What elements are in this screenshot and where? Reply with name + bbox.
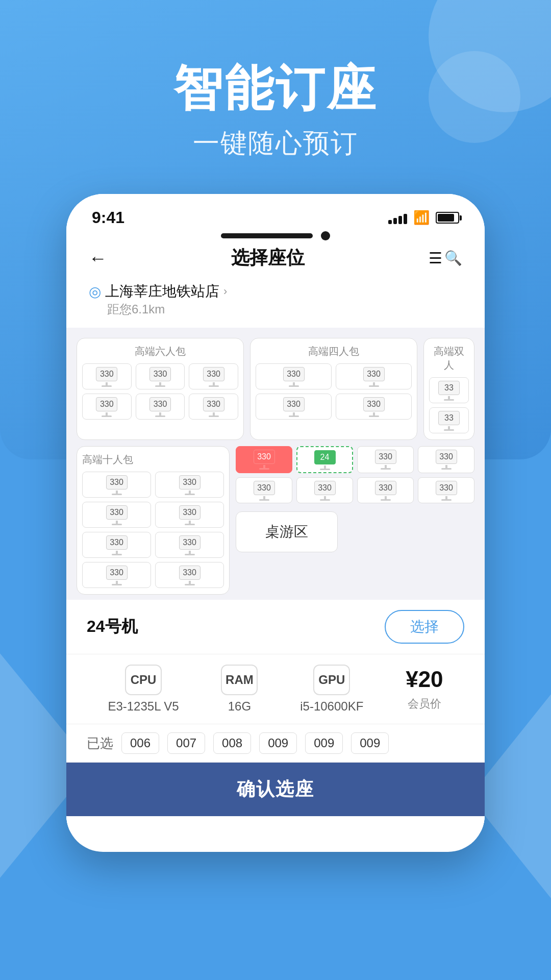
navigation-bar: ← 选择座位 ☰ 🔍 bbox=[66, 240, 485, 278]
seat-item[interactable]: 330 bbox=[82, 532, 151, 558]
open-seats-section: 330 24 330 330 330 330 330 330 桌游区 bbox=[236, 446, 474, 595]
status-bar: 9:41 📶 bbox=[66, 194, 485, 231]
room-six-label: 高端六人包 bbox=[82, 345, 238, 358]
spec-cpu: CPU E3-1235L V5 bbox=[108, 665, 179, 714]
four-seats-grid: 330 330 330 330 bbox=[256, 363, 412, 420]
bottom-safe-area bbox=[66, 816, 485, 831]
spec-ram: RAM 16G bbox=[221, 665, 258, 714]
back-button[interactable]: ← bbox=[89, 248, 107, 269]
seat-item[interactable]: 330 bbox=[82, 363, 132, 389]
seat-item[interactable]: 330 bbox=[82, 562, 151, 588]
spec-gpu: GPU i5-10600KF bbox=[300, 665, 363, 714]
seat-item[interactable]: 330 bbox=[256, 394, 332, 420]
cpu-icon: CPU bbox=[125, 665, 162, 695]
seat-item[interactable]: 330 bbox=[155, 472, 224, 498]
location-arrow-icon: › bbox=[223, 285, 227, 298]
selected-label: 已选 bbox=[87, 734, 113, 752]
board-game-area: 桌游区 bbox=[236, 511, 338, 552]
seat-item[interactable]: 330 bbox=[357, 446, 414, 473]
status-time: 9:41 bbox=[92, 208, 124, 227]
location-pin-icon: ◎ bbox=[89, 283, 101, 300]
hero-subtitle: 一键随心预订 bbox=[0, 126, 551, 161]
large-room-section: 高端十人包 330 330 330 330 330 330 330 330 bbox=[77, 446, 474, 595]
location-name: 上海莘庄地铁站店 bbox=[105, 282, 219, 301]
seat-item[interactable]: 330 bbox=[418, 477, 474, 503]
room-six-person: 高端六人包 330 330 330 330 330 330 bbox=[77, 338, 244, 440]
wifi-icon: 📶 bbox=[413, 210, 430, 226]
specs-row: CPU E3-1235L V5 RAM 16G GPU i5-10600KF bbox=[66, 654, 485, 724]
hero-section: 智能订座 一键随心预订 bbox=[0, 0, 551, 161]
seat-item[interactable]: 33 bbox=[429, 377, 469, 403]
room-four-label: 高端四人包 bbox=[256, 345, 412, 358]
seat-item[interactable]: 330 bbox=[136, 394, 185, 420]
room-four-person: 高端四人包 330 330 330 330 bbox=[250, 338, 417, 440]
seat-item[interactable]: 330 bbox=[189, 394, 238, 420]
seat-item[interactable]: 330 bbox=[336, 394, 412, 420]
location-distance: 距您6.1km bbox=[89, 301, 462, 317]
six-seats-grid: 330 330 330 330 330 330 bbox=[82, 363, 238, 420]
seats-row-1: 330 24 330 330 bbox=[236, 446, 474, 473]
confirm-button[interactable]: 确认选座 bbox=[66, 763, 485, 816]
seat-item[interactable]: 33 bbox=[429, 407, 469, 433]
seat-item[interactable]: 330 bbox=[136, 363, 185, 389]
seat-map: 高端六人包 330 330 330 330 330 330 高端四人包 330 bbox=[66, 328, 485, 600]
bottom-row: 桌游区 bbox=[236, 507, 474, 552]
seat-item[interactable]: 330 bbox=[82, 472, 151, 498]
gpu-icon: GPU bbox=[313, 665, 350, 695]
search-icon[interactable]: 🔍 bbox=[444, 250, 462, 266]
selected-seat-tag: 006 bbox=[121, 732, 159, 754]
nav-right-icons: ☰ 🔍 bbox=[429, 249, 462, 267]
signal-icon bbox=[388, 212, 407, 224]
gpu-value: i5-10600KF bbox=[300, 699, 363, 714]
selected-seat-tag: 007 bbox=[167, 732, 205, 754]
selected-seat-tag: 008 bbox=[213, 732, 251, 754]
phone-frame: 9:41 📶 ← 选择座位 bbox=[66, 194, 485, 852]
seat-item[interactable]: 330 bbox=[82, 394, 132, 420]
seat-item[interactable]: 330 bbox=[82, 502, 151, 528]
phone-mockup: 9:41 📶 ← 选择座位 bbox=[66, 194, 485, 852]
filter-icon[interactable]: ☰ bbox=[429, 249, 442, 267]
status-icons: 📶 bbox=[388, 210, 459, 226]
room-ten-person: 高端十人包 330 330 330 330 330 330 330 330 bbox=[77, 446, 230, 595]
room-double: 高端双人 33 33 bbox=[423, 338, 474, 440]
ram-icon: RAM bbox=[221, 665, 258, 695]
seat-item[interactable]: 330 bbox=[336, 363, 412, 389]
seat-item[interactable]: 330 bbox=[155, 562, 224, 588]
location-bar[interactable]: ◎ 上海莘庄地铁站店 › 距您6.1km bbox=[66, 278, 485, 320]
notch bbox=[66, 231, 485, 240]
price-label: 会员价 bbox=[408, 696, 441, 712]
seat-item-selected[interactable]: 24 bbox=[296, 446, 353, 473]
price-value: 20 bbox=[418, 667, 443, 692]
selected-seats-row: 已选 006 007 008 009 009 009 bbox=[66, 724, 485, 763]
ram-value: 16G bbox=[228, 699, 251, 714]
price-amount: ¥20 bbox=[406, 667, 443, 692]
room-double-label: 高端双人 bbox=[429, 345, 469, 372]
seat-item[interactable]: 330 bbox=[296, 477, 353, 503]
selected-seat-tag: 009 bbox=[351, 732, 389, 754]
seat-item[interactable]: 330 bbox=[155, 532, 224, 558]
battery-icon bbox=[436, 212, 459, 224]
seat-item[interactable]: 330 bbox=[418, 446, 474, 473]
seat-item[interactable]: 330 bbox=[357, 477, 414, 503]
price-symbol: ¥ bbox=[406, 667, 418, 692]
seat-item[interactable]: 330 bbox=[189, 363, 238, 389]
seat-item[interactable]: 330 bbox=[236, 477, 292, 503]
selected-seat-tag: 009 bbox=[259, 732, 297, 754]
cpu-value: E3-1235L V5 bbox=[108, 699, 179, 714]
selected-seat-tag: 009 bbox=[305, 732, 343, 754]
bottom-panel: 24号机 选择 CPU E3-1235L V5 RAM 16G bbox=[66, 600, 485, 831]
price-col: ¥20 会员价 bbox=[406, 667, 443, 712]
seats-row-2: 330 330 330 330 bbox=[236, 477, 474, 503]
select-button[interactable]: 选择 bbox=[385, 610, 464, 644]
machine-info-row: 24号机 选择 bbox=[66, 600, 485, 654]
rooms-top-row: 高端六人包 330 330 330 330 330 330 高端四人包 330 bbox=[77, 338, 474, 440]
seat-item[interactable]: 330 bbox=[155, 502, 224, 528]
page-title: 选择座位 bbox=[231, 246, 305, 271]
seat-item[interactable]: 330 bbox=[256, 363, 332, 389]
ten-seats-grid: 330 330 330 330 330 330 330 330 bbox=[82, 472, 224, 588]
room-ten-label: 高端十人包 bbox=[82, 453, 224, 467]
seat-item-occupied[interactable]: 330 bbox=[236, 446, 292, 473]
machine-number: 24号机 bbox=[87, 616, 138, 638]
hero-title: 智能订座 bbox=[0, 61, 551, 115]
